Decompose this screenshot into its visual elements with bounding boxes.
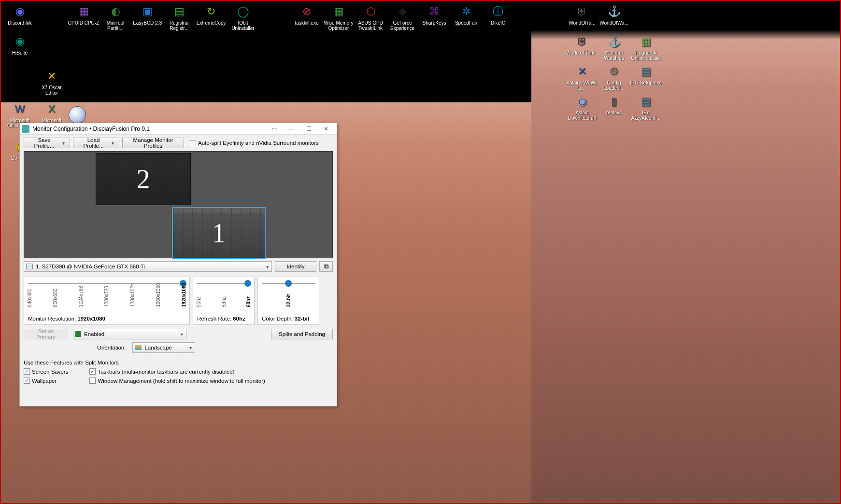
- enabled-combo[interactable]: Enabled: [73, 329, 186, 339]
- desktop-icon[interactable]: ◉HiSuite: [4, 33, 36, 63]
- desktop-icon[interactable]: ▤IRo AzzyAIconfi...: [630, 93, 662, 123]
- monitor-preview[interactable]: 2 1: [24, 151, 333, 258]
- desktop-icon[interactable]: ⚙Config Loader.l...: [598, 63, 630, 93]
- desktop-icon[interactable]: ⚓WorldOfWa...: [598, 3, 630, 33]
- preview-monitor-1[interactable]: 1: [172, 207, 266, 259]
- app-icon: ◯: [235, 4, 251, 19]
- desktop-icon[interactable]: ▤Registrar Registr...: [163, 3, 195, 33]
- icon-label: IRo AzzyAIconfi...: [630, 110, 662, 121]
- app-icon: ◉: [574, 94, 590, 109]
- res-caption-lbl: Monitor Resolution:: [28, 316, 77, 322]
- desktop-icon[interactable]: ◯IObit Uninstaller: [227, 3, 259, 33]
- app-icon: ⚓: [606, 34, 622, 49]
- icon-label: X7 Oscar Editor: [36, 85, 68, 96]
- orientation-row: Orientation: Landscape: [20, 341, 337, 355]
- desktop-icon[interactable]: ⌘SharpKeys: [418, 3, 450, 33]
- minimize-button[interactable]: —: [283, 124, 300, 134]
- feat-window-mgmt[interactable]: Window Management (hold shift to maximiz…: [89, 378, 265, 384]
- app-icon: ◉: [12, 4, 28, 19]
- app-icon: ◉: [12, 34, 28, 49]
- icon-label: Aslain Download.url: [566, 110, 598, 121]
- rr-caption-lbl: Refresh Rate:: [197, 316, 233, 322]
- icon-label: MiniTool Partiti...: [100, 20, 131, 31]
- icon-label: Discord.lnk: [8, 20, 31, 26]
- maximize-button[interactable]: ☐: [300, 124, 317, 134]
- icon-label: DikeIC: [491, 20, 505, 26]
- refresh-slider[interactable]: 50hz59hz60hz Refresh Rate: 60hz: [193, 277, 255, 325]
- app-icon: ⚓: [606, 4, 622, 19]
- set-primary-button: Set as Primary: [24, 329, 68, 339]
- monitor-select-combo[interactable]: 1. S27D390 @ NVIDIA GeForce GTX 560 Ti: [24, 261, 272, 272]
- desktop-icon[interactable]: ⚓World of Warships: [598, 33, 630, 63]
- desktop-icon[interactable]: ◉Discord.lnk: [4, 3, 36, 33]
- desktop-icon[interactable]: ⓘDikeIC: [482, 3, 514, 33]
- autosplit-checkbox[interactable]: Auto-split Eyefinity and nVidia Surround…: [190, 140, 319, 146]
- icon-label: EasyBCD 2.3: [133, 20, 162, 26]
- tick-label: 1280x720: [104, 287, 109, 307]
- desktop-icons-right: ⛨WorldOfTa...⚓WorldOfWa...⛨World of Tank…: [566, 3, 677, 123]
- enabled-icon: [75, 331, 81, 337]
- feat-taskbars[interactable]: ✓Taskbars (multi-monitor taskbars are cu…: [89, 368, 265, 375]
- checkbox-icon: [190, 140, 196, 146]
- icon-label: WorldOfTa...: [569, 20, 595, 26]
- palemoon-icon[interactable]: [69, 106, 86, 124]
- close-button[interactable]: ✕: [317, 124, 335, 134]
- desktop-icon[interactable]: ✲SpeedFan: [450, 3, 482, 33]
- preview-monitor-2[interactable]: 2: [96, 153, 191, 205]
- desktop-icon[interactable]: ↻ExtremeCopy: [195, 3, 227, 33]
- desktop-icon[interactable]: ⬡ASUS GPU TweakII.lnk: [355, 3, 386, 33]
- desktop-icon[interactable]: ▮replays: [598, 93, 630, 123]
- resolution-slider[interactable]: 640x480800x6001024x7681280x7201280x10241…: [24, 277, 190, 325]
- monitor-icon: [26, 264, 33, 269]
- icon-label: CPUID CPU-Z: [68, 20, 99, 26]
- desktop-icon[interactable]: ▣EasyBCD 2.3: [131, 3, 163, 33]
- desktop-icon[interactable]: ◆GeForce Experience: [386, 3, 418, 33]
- app-icon: ◐: [108, 4, 123, 19]
- desktop-icon[interactable]: ▦Wise Memory Optimizer: [323, 3, 355, 33]
- colordepth-slider[interactable]: 32-bit Color Depth: 32-bit: [257, 277, 319, 325]
- tick-label: 50hz: [196, 287, 201, 307]
- desktop-icon[interactable]: ▦CPUID CPU-Z: [68, 3, 100, 33]
- desktop-icon[interactable]: ▦Ragnarok Online classic: [630, 33, 662, 63]
- desktop-icon[interactable]: ✕Aslains WoWs Lo...: [566, 63, 598, 93]
- splits-button[interactable]: Splits and Padding: [271, 329, 333, 339]
- app-icon: ↻: [203, 4, 219, 19]
- identify-button[interactable]: Identify: [275, 261, 316, 272]
- desktop-icon[interactable]: ◉Aslain Download.url: [566, 93, 598, 123]
- icon-label: ExtremeCopy: [197, 20, 226, 26]
- app-icon: ⬡: [363, 4, 378, 19]
- app-icon: ▮: [606, 94, 622, 109]
- orientation-combo[interactable]: Landscape: [132, 342, 195, 353]
- res-caption-val: 1920x1080: [77, 316, 105, 322]
- icon-label: Registrar Registr...: [163, 20, 195, 31]
- app-icon: ✲: [458, 4, 474, 19]
- titlebar-extra-button[interactable]: ▭: [265, 124, 283, 134]
- desktop-icon[interactable]: ⛨WorldOfTa...: [566, 3, 598, 33]
- icon-label: SharpKeys: [423, 20, 446, 26]
- desktop-icon[interactable]: ◐MiniTool Partiti...: [100, 3, 131, 33]
- load-profile-button[interactable]: Load Profile...: [73, 138, 119, 148]
- app-icon: ▦: [638, 34, 654, 49]
- desktop-icon[interactable]: ▤IRO Setup.exe: [630, 63, 662, 93]
- link-button[interactable]: ⧉: [319, 261, 333, 272]
- app-icon: ⛨: [574, 34, 590, 49]
- titlebar[interactable]: Monitor Configuration • DisplayFusion Pr…: [20, 123, 337, 135]
- cd-caption-val: 32-bit: [295, 316, 310, 322]
- manage-profiles-button[interactable]: Manage Monitor Profiles: [122, 138, 184, 148]
- feat-screensavers[interactable]: ✓Screen Savers: [24, 368, 68, 375]
- feat-wallpaper[interactable]: ✓Wallpaper: [24, 378, 68, 384]
- desktop-icon[interactable]: ✕X7 Oscar Editor: [36, 68, 68, 98]
- icon-label: Ragnarok Online classic: [630, 50, 662, 61]
- app-icon: ⛨: [574, 4, 590, 19]
- app-icon: ▣: [140, 4, 155, 19]
- desktop-icon[interactable]: ⛨World of Tanks: [566, 33, 598, 63]
- monitor-select-row: 1. S27D390 @ NVIDIA GeForce GTX 560 Ti I…: [20, 258, 337, 275]
- app-icon: [22, 125, 29, 133]
- icon-label: GeForce Experience: [386, 20, 418, 31]
- app-icon: X: [44, 101, 59, 117]
- landscape-icon: [135, 345, 142, 350]
- desktop-icon[interactable]: ⊘taskkill.exe: [291, 3, 323, 33]
- icon-label: ASUS GPU TweakII.lnk: [355, 20, 386, 31]
- monitor-select-value: 1. S27D390 @ NVIDIA GeForce GTX 560 Ti: [36, 264, 145, 269]
- save-profile-button[interactable]: Save Profile...: [24, 138, 70, 148]
